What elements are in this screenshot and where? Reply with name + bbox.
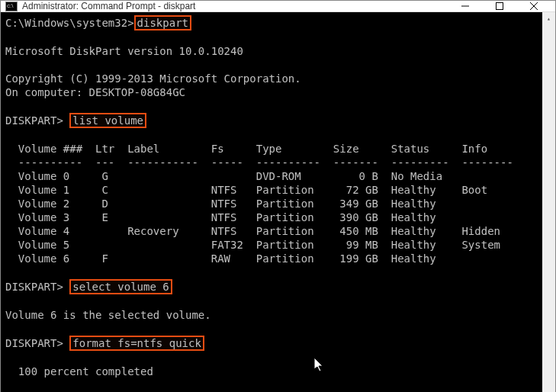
prompt-path: C:\Windows\system32> [5,17,134,29]
window-title: Administrator: Command Prompt - diskpart [22,1,448,11]
scroll-up-button[interactable]: ▴ [542,12,555,25]
close-button[interactable] [516,1,551,11]
minimize-button[interactable] [448,1,482,11]
vertical-scrollbar[interactable]: ▴ ▾ [542,12,555,392]
title-bar: c:\ Administrator: Command Prompt - disk… [1,1,555,12]
svg-rect-1 [496,3,503,10]
scroll-track[interactable] [542,25,555,392]
diskpart-prompt: DISKPART> [5,337,63,349]
table-row: Volume 0 G DVD-ROM 0 B No Media [5,170,442,182]
terminal-output[interactable]: C:\Windows\system32>diskpart Microsoft D… [1,12,542,392]
window-controls [448,1,551,11]
highlight-format: format fs=ntfs quick [69,336,204,351]
table-divider: ---------- --- ----------- ----- -------… [5,156,513,169]
diskpart-prompt: DISKPART> [5,281,63,293]
highlight-select-volume: select volume 6 [69,279,172,294]
computer-line: On computer: DESKTOP-08G84GC [5,86,185,98]
table-row: Volume 4 Recovery NTFS Partition 450 MB … [5,225,500,237]
table-row: Volume 2 D NTFS Partition 349 GB Healthy [5,198,436,210]
progress-message: 100 percent completed [5,365,153,378]
table-row: Volume 6 F RAW Partition 199 GB Healthy [5,252,436,265]
table-row: Volume 1 C NTFS Partition 72 GB Healthy … [5,184,487,196]
cmd-icon: c:\ [5,2,18,11]
diskpart-prompt: DISKPART> [5,114,63,127]
version-line: Microsoft DiskPart version 10.0.10240 [5,45,243,57]
highlight-list-volume: list volume [69,113,146,128]
command-prompt-window: c:\ Administrator: Command Prompt - disk… [0,0,556,392]
table-row: Volume 5 FAT32 Partition 99 MB Healthy S… [5,239,500,251]
selected-message: Volume 6 is the selected volume. [5,309,211,321]
maximize-button[interactable] [482,1,516,11]
table-row: Volume 3 E NTFS Partition 390 GB Healthy [5,211,436,223]
terminal-wrapper: C:\Windows\system32>diskpart Microsoft D… [1,12,555,392]
copyright-line: Copyright (C) 1999-2013 Microsoft Corpor… [5,72,301,85]
highlight-diskpart: diskpart [134,15,191,31]
table-header: Volume ### Ltr Label Fs Type Size Status… [5,143,487,155]
